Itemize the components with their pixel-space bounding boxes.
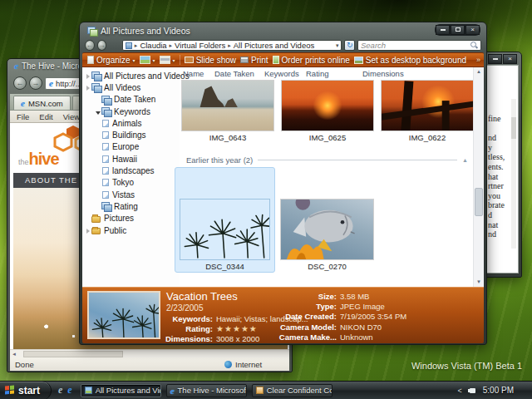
explorer-titlebar[interactable]: All Pictures and Videos × xyxy=(82,22,484,38)
views-image-button[interactable]: ▾ xyxy=(140,56,155,64)
minimize-icon xyxy=(441,29,446,31)
tree-label: Date Taken xyxy=(114,95,155,104)
taskbar-clock[interactable]: 5:00 PM xyxy=(483,386,514,395)
breadcrumb-dropdown-icon[interactable]: ▾ xyxy=(336,42,339,49)
search-input[interactable] xyxy=(361,41,470,50)
search-icon[interactable] xyxy=(470,42,478,49)
tree-item-tokyo[interactable]: Tokyo xyxy=(82,177,180,189)
hive-logo-text: thehive xyxy=(18,150,59,169)
tree-item-public[interactable]: Public xyxy=(82,224,180,236)
rating-stars[interactable]: ★★★★★ xyxy=(216,324,258,333)
group-header-label[interactable]: Earlier this year (2) xyxy=(186,155,253,165)
order-prints-button[interactable]: Order prints online xyxy=(273,56,350,65)
ie-back-button[interactable]: ← xyxy=(13,76,27,90)
taskbar-button-clear-confident[interactable]: Clear Confident Con... xyxy=(252,384,332,397)
tree-item-landscapes[interactable]: landscapes xyxy=(82,165,180,176)
vertical-scrollbar[interactable]: ▲ ▼ xyxy=(473,67,484,287)
file-item[interactable]: DSC_0270 xyxy=(280,199,374,271)
tree-item-date-taken[interactable]: Date Taken xyxy=(82,94,180,106)
breadcrumb[interactable]: ▸ Claudia ▸ Virtual Folders ▸ All Pictur… xyxy=(122,40,342,51)
tree-item-animals[interactable]: Animals xyxy=(82,117,180,129)
doc-scrollbar[interactable] xyxy=(511,99,516,249)
toolbar-overflow-chevron[interactable]: » xyxy=(476,56,480,64)
document-icon xyxy=(256,387,264,394)
virtual-folder-icon xyxy=(101,107,111,116)
file-item-selected[interactable]: DSC_0344 xyxy=(175,167,275,273)
breadcrumb-all-pictures[interactable]: All Pictures and Videos xyxy=(234,41,315,50)
tree-item-rating[interactable]: Rating xyxy=(82,200,180,212)
search-box[interactable] xyxy=(357,40,481,51)
explorer-forward-button[interactable]: → xyxy=(97,40,107,51)
ie-status-done: Done xyxy=(15,360,34,369)
scroll-up-icon[interactable]: ▲ xyxy=(476,67,481,76)
maximize-icon xyxy=(456,27,461,32)
power-icon[interactable] xyxy=(468,387,477,394)
file-item[interactable]: IMG_0625 xyxy=(281,80,374,142)
tree-item-keywords[interactable]: Keywords xyxy=(82,106,180,117)
explorer-window[interactable]: All Pictures and Videos × ← → ▸ Claudia … xyxy=(79,22,487,345)
ie-quicklaunch-icon[interactable]: e xyxy=(58,384,62,397)
group-collapse-icon[interactable]: ▲ xyxy=(462,157,468,163)
refresh-button[interactable]: ↻ xyxy=(344,40,355,51)
explorer-minimize-button[interactable] xyxy=(436,25,450,35)
menu-edit[interactable]: Edit xyxy=(39,112,52,121)
tree-item-all-pictures[interactable]: All Pictures and Videos xyxy=(82,70,180,81)
doc-close-button[interactable]: × xyxy=(503,54,517,64)
expander-collapsed-icon[interactable] xyxy=(86,86,90,91)
file-name: IMG_0622 xyxy=(409,133,446,142)
thumbnail-image xyxy=(381,80,474,131)
order-prints-label: Order prints online xyxy=(282,56,350,65)
explorer-close-button[interactable]: × xyxy=(466,25,480,35)
set-desktop-background-button[interactable]: Set as desktop background xyxy=(354,56,466,65)
tree-item-hawaii[interactable]: Hawaii xyxy=(82,153,180,165)
ie-hscroll-thumb[interactable] xyxy=(23,351,123,357)
print-button[interactable]: Print xyxy=(240,56,268,65)
ie-quicklaunch-icon-2[interactable]: e xyxy=(67,384,71,397)
column-dimensions[interactable]: Dimensions xyxy=(362,69,404,78)
menu-file[interactable]: File xyxy=(17,112,29,121)
tree-label: Animals xyxy=(112,119,142,128)
file-name: IMG_0643 xyxy=(209,133,246,142)
file-item[interactable]: IMG_0622 xyxy=(381,80,474,142)
windows-logo-icon xyxy=(5,385,15,395)
ie-tab-msn[interactable]: e MSN.com xyxy=(13,96,71,110)
folder-icon xyxy=(91,228,101,234)
ie-horizontal-scrollbar[interactable]: ◄ xyxy=(10,349,289,357)
layout-button[interactable]: ▾ xyxy=(160,56,175,64)
doc-minimize-button[interactable] xyxy=(488,54,502,64)
tree-item-europe[interactable]: Europe xyxy=(82,141,180,153)
explorer-maximize-button[interactable] xyxy=(451,25,465,35)
column-date-taken[interactable]: Date Taken xyxy=(214,69,264,78)
tree-item-vistas[interactable]: Vistas xyxy=(82,189,180,200)
thumbnail-image xyxy=(280,199,374,260)
slide-show-button[interactable]: Slide show xyxy=(185,56,236,65)
scroll-down-icon[interactable]: ▼ xyxy=(476,278,481,287)
column-name[interactable]: Name xyxy=(183,69,214,78)
column-keywords[interactable]: Keywords xyxy=(264,69,306,78)
details-row-type: Type: JPEG Image xyxy=(278,301,406,311)
tree-item-pictures[interactable]: Pictures xyxy=(82,213,180,224)
scrollbar-thumb[interactable] xyxy=(475,188,483,216)
start-button[interactable]: start xyxy=(0,382,52,399)
tree-label: Rating xyxy=(114,202,138,211)
taskbar-button-the-hive[interactable]: e The Hive - Microsof... xyxy=(166,384,247,397)
internet-zone-icon xyxy=(224,361,232,368)
tree-item-all-videos[interactable]: All Videos xyxy=(82,81,180,93)
tree-item-buildings[interactable]: Buildings xyxy=(82,129,180,140)
breadcrumb-claudia[interactable]: Claudia xyxy=(140,41,166,50)
menu-view[interactable]: View xyxy=(63,112,80,121)
file-item[interactable]: IMG_0643 xyxy=(181,80,274,142)
expander-collapsed-icon[interactable] xyxy=(86,229,90,234)
column-rating[interactable]: Rating xyxy=(306,69,362,78)
tray-chevron-icon[interactable]: < xyxy=(457,387,461,395)
expander-collapsed-icon[interactable] xyxy=(86,74,90,79)
doc-scrollbar-thumb[interactable] xyxy=(511,117,516,139)
expander-expanded-icon[interactable] xyxy=(96,111,101,115)
breadcrumb-virtual-folders[interactable]: Virtual Folders xyxy=(175,41,225,50)
taskbar-button-all-pictures[interactable]: All Pictures and Vid... xyxy=(81,384,161,397)
explorer-back-button[interactable]: ← xyxy=(85,40,95,51)
image-views-icon xyxy=(140,56,150,64)
organize-button[interactable]: Organize ▾ xyxy=(87,56,135,65)
scroll-left-icon[interactable]: ◄ xyxy=(12,352,17,357)
ie-forward-button[interactable]: → xyxy=(29,76,42,90)
